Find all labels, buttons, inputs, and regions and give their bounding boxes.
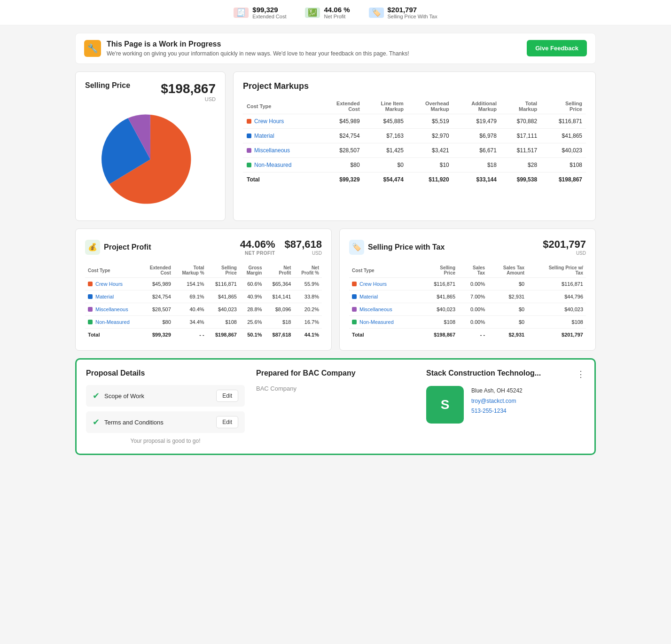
prepared-for-col: Prepared for BAC Company BAC Company (256, 369, 415, 444)
extended-cost-item: 🧾 $99,329 Extended Cost (234, 6, 286, 19)
pt-col-ext: ExtendedCost (142, 263, 174, 278)
table-row: Non-Measured $108 0.00% $0 $108 (349, 316, 586, 329)
cost-type-link[interactable]: Non-Measured (254, 162, 291, 168)
table-total-row: Total $99,329 $54,474 $11,920 $33,144 $9… (243, 173, 586, 187)
project-profit-card: 💰 Project Profit 44.06% NET PROFIT $87,6… (75, 228, 332, 351)
proposal-details-title: Proposal Details (86, 369, 245, 377)
pie-svg (99, 108, 202, 211)
col-overhead: OverheadMarkup (407, 99, 453, 114)
scope-check-icon: ✔ (93, 391, 100, 401)
company-logo: S (426, 386, 464, 424)
net-profit-value: 44.06 % (324, 6, 350, 14)
tax-icon: 🏷️ (349, 240, 364, 255)
pie-chart (85, 108, 216, 211)
terms-label: Terms and Conditions (104, 419, 211, 426)
tax-amount-currency: USD (543, 251, 586, 256)
tag-icon: 🏷️ (369, 8, 384, 18)
terms-edit-button[interactable]: Edit (216, 416, 238, 428)
scope-label: Scope of Work (104, 393, 211, 400)
net-profit-pct: 44.06% (240, 238, 275, 251)
extended-cost-value: $99,329 (252, 6, 286, 14)
col-line-item: Line ItemMarkup (364, 99, 407, 114)
pt-col-netprofit: NetProfit (265, 263, 294, 278)
markups-card: Project Markups Cost Type ExtendedCost L… (233, 71, 596, 221)
table-total-row: Total $198,867 - - $2,931 $201,797 (349, 329, 586, 341)
wip-banner: 🔧 This Page is a Work in Progress We're … (75, 33, 596, 64)
cost-type-link[interactable]: Miscellaneous (95, 306, 128, 312)
pt-col-selling: SellingPrice (207, 263, 240, 278)
more-icon[interactable]: ⋮ (577, 369, 585, 379)
gross-value: $87,618 (284, 238, 322, 251)
feedback-button[interactable]: Give Feedback (527, 40, 587, 56)
table-row: Material $24,754 $7,163 $2,970 $6,978 $1… (243, 129, 586, 143)
table-row: Crew Hours $45,989 $45,885 $5,519 $19,47… (243, 114, 586, 129)
scope-edit-button[interactable]: Edit (216, 390, 238, 402)
table-total-row: Total $99,329 - - $198,867 50.1% $87,618… (85, 329, 322, 341)
gross-label: USD (284, 251, 322, 256)
terms-check-icon: ✔ (93, 417, 100, 427)
col-selling-price: SellingPrice (541, 99, 586, 114)
selling-price-amount: $198,867 (161, 81, 216, 96)
cost-type-link[interactable]: Miscellaneous (359, 306, 392, 312)
selling-price-value: $201,797 (388, 6, 437, 14)
profit-title: Project Profit (104, 243, 151, 251)
pt-col-type: Cost Type (85, 263, 142, 278)
tax-title: Selling Price with Tax (368, 243, 445, 251)
cost-type-link[interactable]: Crew Hours (95, 281, 123, 287)
wip-title: This Page is a Work in Progress (107, 40, 409, 48)
pt-col-gross: GrossMargin (240, 263, 265, 278)
net-profit-item: 💹 44.06 % Net Profit (305, 6, 350, 19)
table-row: Miscellaneous $28,507 $1,425 $3,421 $6,6… (243, 143, 586, 158)
scope-of-work-item: ✔ Scope of Work Edit (86, 385, 245, 407)
markups-table: Cost Type ExtendedCost Line ItemMarkup O… (243, 99, 586, 187)
table-row: Non-Measured $80 34.4% $108 25.6% $18 16… (85, 316, 322, 329)
table-row: Material $24,754 69.1% $41,865 40.9% $14… (85, 291, 322, 303)
profit-icon: 💰 (85, 240, 100, 255)
tt-col-final: Selling Price w/Tax (527, 263, 586, 278)
cost-type-link[interactable]: Material (254, 133, 274, 139)
pt-col-netpct: NetProfit % (294, 263, 322, 278)
tax-table: Cost Type SellingPrice SalesTax Sales Ta… (349, 263, 586, 341)
cost-type-link[interactable]: Miscellaneous (254, 147, 290, 154)
cost-type-link[interactable]: Material (359, 294, 378, 299)
profit-table: Cost Type ExtendedCost TotalMarkup % Sel… (85, 263, 322, 341)
table-row: Non-Measured $80 $0 $10 $18 $28 $108 (243, 158, 586, 173)
tax-card: 🏷️ Selling Price with Tax $201,797 USD C… (339, 228, 596, 351)
cost-type-link[interactable]: Material (95, 294, 114, 299)
tt-col-type: Cost Type (349, 263, 418, 278)
table-row: Miscellaneous $40,023 0.00% $0 $40,023 (349, 303, 586, 316)
pt-col-markup: TotalMarkup % (174, 263, 207, 278)
col-cost-type: Cost Type (243, 99, 319, 114)
company-address: Blue Ash, OH 45242 (471, 386, 523, 396)
money-icon: 🧾 (234, 8, 249, 18)
table-row: Material $41,865 7.00% $2,931 $44,796 (349, 291, 586, 303)
tt-col-selling: SellingPrice (418, 263, 458, 278)
cost-type-link[interactable]: Crew Hours (359, 281, 387, 287)
selling-price-item: 🏷️ $201,797 Selling Price With Tax (369, 6, 437, 19)
company-info: Blue Ash, OH 45242 troy@stackct.com 513-… (471, 386, 523, 416)
markups-title: Project Markups (243, 81, 586, 91)
cost-type-link[interactable]: Crew Hours (254, 118, 284, 125)
cost-type-link[interactable]: Non-Measured (359, 319, 394, 325)
svg-text:S: S (441, 397, 450, 412)
col-additional: AdditionalMarkup (453, 99, 500, 114)
extended-cost-label: Extended Cost (252, 14, 286, 19)
proposal-good-msg: Your proposal is good to go! (86, 438, 245, 444)
profit-icon: 💹 (305, 8, 320, 18)
prepared-for-title: Prepared for BAC Company (256, 369, 415, 377)
company-phone[interactable]: 513-255-1234 (471, 408, 507, 414)
wip-icon: 🔧 (84, 40, 101, 57)
selling-price-label: Selling Price With Tax (388, 14, 437, 19)
tt-col-salestax: SalesTax (458, 263, 488, 278)
col-total-markup: TotalMarkup (500, 99, 541, 114)
proposal-details-col: Proposal Details ✔ Scope of Work Edit ✔ … (86, 369, 245, 444)
tax-amount-value: $201,797 (543, 238, 586, 251)
company-name: Stack Construction Technolog... (426, 369, 541, 377)
company-email[interactable]: troy@stackct.com (471, 398, 516, 404)
net-profit-pct-label: NET PROFIT (240, 251, 275, 256)
wip-subtitle: We're working on giving you your informa… (107, 50, 409, 57)
selling-price-card: Selling Price $198,867 USD (75, 71, 226, 221)
tt-col-taxamt: Sales TaxAmount (488, 263, 527, 278)
cost-type-link[interactable]: Non-Measured (95, 319, 130, 325)
net-profit-label: Net Profit (324, 14, 350, 19)
